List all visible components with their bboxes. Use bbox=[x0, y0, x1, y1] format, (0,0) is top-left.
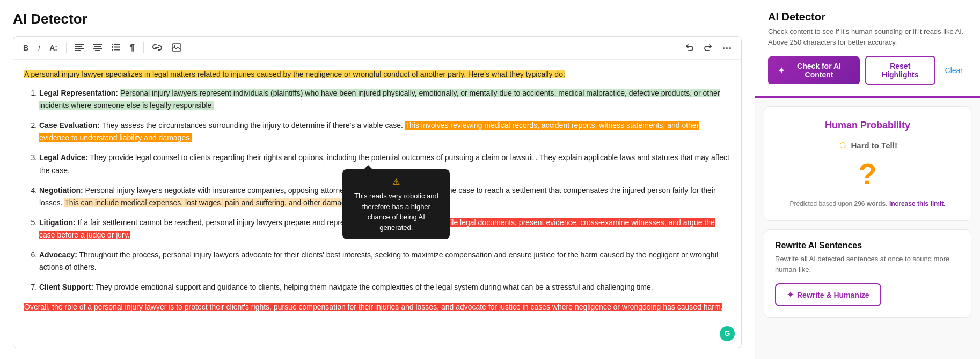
item-title: Legal Representation: bbox=[39, 89, 118, 97]
item-body-before: They assess the circumstances surroundin… bbox=[101, 121, 405, 130]
editor-container: B i A: ¶ bbox=[13, 36, 742, 348]
list-item: Advocacy: Throughout the process, person… bbox=[39, 249, 730, 274]
svg-rect-11 bbox=[114, 47, 120, 48]
clear-button[interactable]: Clear bbox=[941, 64, 967, 77]
svg-rect-2 bbox=[75, 48, 84, 49]
tooltip-text: This reads very robotic and therefore ha… bbox=[350, 191, 442, 233]
svg-point-16 bbox=[174, 45, 175, 47]
svg-rect-7 bbox=[95, 50, 100, 51]
item-title: Litigation: bbox=[39, 218, 76, 227]
svg-rect-1 bbox=[75, 46, 82, 47]
svg-point-10 bbox=[112, 46, 113, 48]
item-body-tooltip-anchor: the potential outcomes of pursuing a cla… bbox=[359, 153, 533, 162]
list-item: Client Support: They provide emotional s… bbox=[39, 281, 730, 293]
right-panel: AI Detector Check content to see if it's… bbox=[755, 0, 980, 359]
toolbar-separator-1 bbox=[66, 42, 67, 53]
right-panel-top: AI Detector Check content to see if it's… bbox=[755, 0, 980, 98]
svg-point-12 bbox=[112, 49, 113, 51]
svg-rect-5 bbox=[94, 46, 101, 47]
probability-label-text: Hard to Tell! bbox=[851, 141, 897, 150]
intro-paragraph: A personal injury lawyer specializes in … bbox=[24, 68, 730, 81]
reset-highlights-button[interactable]: Reset Highlights bbox=[865, 56, 935, 85]
svg-rect-15 bbox=[172, 44, 181, 51]
item-title: Advocacy: bbox=[39, 250, 77, 259]
item-body: They provide emotional support and guida… bbox=[96, 283, 653, 291]
sparkle-icon-rewrite: ✦ bbox=[787, 290, 794, 300]
italic-button[interactable]: i bbox=[35, 42, 43, 54]
intro-text-highlighted: A personal injury lawyer specializes in … bbox=[24, 70, 565, 78]
undo-button[interactable] bbox=[682, 41, 697, 54]
more-button[interactable]: ⋯ bbox=[719, 41, 735, 55]
word-count: 296 words. bbox=[854, 200, 888, 207]
item-body-highlighted: This can include medical expenses, lost … bbox=[64, 198, 355, 207]
redo-button[interactable] bbox=[700, 41, 715, 54]
svg-rect-6 bbox=[93, 48, 102, 49]
paragraph-button[interactable]: ¶ bbox=[127, 41, 138, 54]
increase-limit-link[interactable]: Increase this limit. bbox=[889, 200, 946, 207]
smiley-icon: ☺ bbox=[838, 140, 847, 151]
item-body: They provide legal counsel to clients re… bbox=[90, 153, 359, 162]
probability-symbol: ? bbox=[775, 156, 960, 191]
conclusion-text: Overall, the role of a personal injury l… bbox=[24, 303, 722, 311]
item-title: Negotiation: bbox=[39, 186, 83, 195]
rewrite-title: Rewrite AI Sentences bbox=[775, 241, 960, 250]
content-list: Legal Representation: Personal injury la… bbox=[24, 87, 730, 293]
check-btn-label: Check for AI Content bbox=[788, 62, 850, 79]
editor-content[interactable]: A personal injury lawyer specializes in … bbox=[13, 60, 741, 348]
image-button[interactable] bbox=[169, 41, 185, 55]
probability-label: ☺ Hard to Tell! bbox=[775, 140, 960, 151]
list-button[interactable] bbox=[108, 41, 123, 54]
font-size-button[interactable]: A: bbox=[46, 42, 61, 54]
probability-title: Human Probability bbox=[775, 120, 960, 131]
ai-tooltip: ⚠ This reads very robotic and therefore … bbox=[342, 169, 450, 239]
toolbar: B i A: ¶ bbox=[13, 37, 741, 60]
item-title: Legal Advice: bbox=[39, 153, 88, 162]
bold-button[interactable]: B bbox=[20, 42, 32, 54]
conclusion-paragraph: Overall, the role of a personal injury l… bbox=[24, 301, 730, 313]
page-title: AI Detector bbox=[13, 11, 742, 27]
svg-rect-13 bbox=[114, 49, 120, 51]
align-left-button[interactable] bbox=[72, 41, 87, 54]
svg-rect-4 bbox=[93, 44, 102, 45]
action-button-row: ✦ Check for AI Content Reset Highlights … bbox=[768, 56, 967, 85]
rewrite-description: Rewrite all AI detected sentences at onc… bbox=[775, 254, 960, 275]
list-item: Legal Representation: Personal injury la… bbox=[39, 87, 730, 112]
item-title: Client Support: bbox=[39, 283, 93, 291]
item-body: Personal injury lawyers represent indivi… bbox=[39, 89, 720, 110]
svg-rect-0 bbox=[75, 44, 84, 45]
align-center-button[interactable] bbox=[90, 41, 105, 54]
warning-icon: ⚠ bbox=[350, 176, 442, 189]
rewrite-btn-label: Rewrite & Humanize bbox=[797, 291, 869, 299]
check-ai-content-button[interactable]: ✦ Check for AI Content bbox=[768, 56, 860, 84]
rewrite-humanize-button[interactable]: ✦ Rewrite & Humanize bbox=[775, 283, 881, 306]
predicted-prefix: Predicted based upon bbox=[789, 200, 852, 207]
left-panel: AI Detector B i A: ¶ bbox=[0, 0, 755, 359]
svg-rect-9 bbox=[114, 44, 120, 45]
svg-rect-3 bbox=[75, 50, 81, 51]
item-body: Throughout the process, personal injury … bbox=[39, 250, 718, 271]
svg-point-8 bbox=[112, 44, 113, 45]
item-title: Case Evaluation: bbox=[39, 121, 100, 130]
sparkle-icon: ✦ bbox=[778, 66, 785, 76]
toolbar-separator-2 bbox=[143, 42, 144, 53]
predicted-text: Predicted based upon 296 words. Increase… bbox=[775, 200, 960, 207]
grammarly-icon[interactable]: G bbox=[720, 326, 735, 341]
tooltip-wrapper: the potential outcomes of pursuing a cla… bbox=[359, 153, 535, 162]
right-panel-title: AI Detector bbox=[768, 11, 967, 23]
list-item: Legal Advice: They provide legal counsel… bbox=[39, 152, 730, 176]
probability-card: Human Probability ☺ Hard to Tell! ? Pred… bbox=[764, 106, 971, 221]
list-item: Case Evaluation: They assess the circums… bbox=[39, 119, 730, 144]
link-button[interactable] bbox=[149, 41, 165, 54]
right-panel-description: Check content to see if it's human sound… bbox=[768, 26, 967, 47]
rewrite-section: Rewrite AI Sentences Rewrite all AI dete… bbox=[764, 229, 971, 318]
